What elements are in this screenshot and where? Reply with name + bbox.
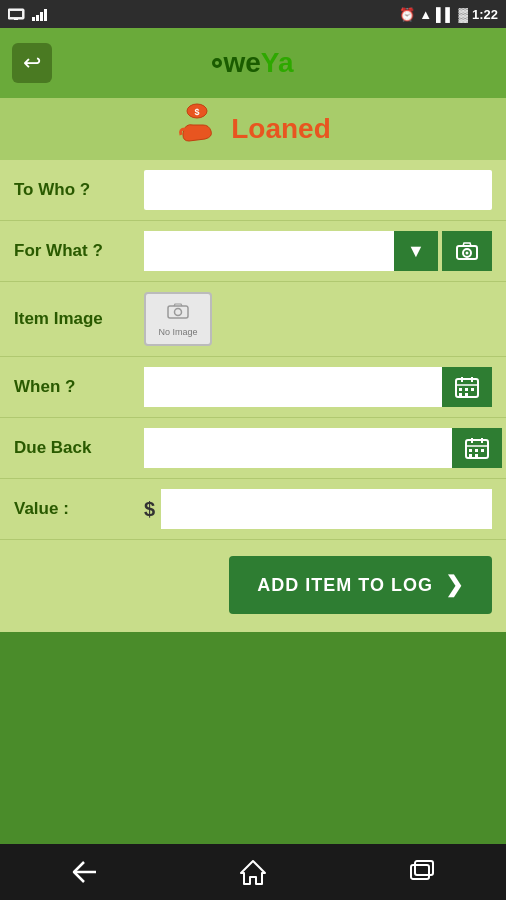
no-image-camera-icon [167,302,189,320]
due-back-input[interactable]: N/A [144,428,452,468]
bottom-navigation [0,844,506,900]
for-what-row: For What ? ▼ [0,221,506,282]
currency-symbol: $ [144,498,155,521]
due-back-row: Due Back N/A [0,418,506,479]
due-back-calendar-button[interactable] [452,428,502,468]
svg-point-7 [466,252,469,255]
due-back-calendar-icon [465,437,489,459]
to-who-input[interactable] [144,170,492,210]
svg-rect-24 [475,449,478,452]
svg-rect-18 [465,393,468,396]
back-arrow-icon: ↩ [23,52,41,74]
form-area: To Who ? For What ? ▼ Item Image [0,160,506,632]
svg-point-9 [175,308,182,315]
value-row: Value : $ 0 [0,479,506,540]
for-what-input-group: ▼ [144,231,492,271]
add-item-label: ADD ITEM TO LOG [257,575,433,596]
for-what-input[interactable] [144,231,394,271]
svg-rect-23 [469,449,472,452]
nav-back-button[interactable] [54,852,114,892]
to-who-label: To Who ? [14,180,144,200]
value-label: Value : [14,499,144,519]
value-input[interactable]: 0 [161,489,492,529]
app-logo: weYa [212,47,293,79]
item-image-row: Item Image No Image [0,282,506,357]
loaned-hand-icon: $ [175,103,219,155]
loaned-banner: $ Loaned [0,98,506,160]
logo-owe: we [223,47,260,78]
for-what-label: For What ? [14,241,144,261]
due-back-input-group: N/A [144,428,502,468]
svg-rect-31 [415,861,433,875]
to-who-row: To Who ? [0,160,506,221]
add-button-row: ADD ITEM TO LOG ❯ [0,540,506,632]
when-row: When ? 08-07-2014 [0,357,506,418]
svg-rect-30 [411,865,429,879]
item-image-label: Item Image [14,309,144,329]
add-item-arrow-icon: ❯ [445,572,464,598]
for-what-dropdown-button[interactable]: ▼ [394,231,438,271]
due-back-label: Due Back [14,438,144,458]
logo-ya: Ya [261,47,294,78]
loan-icon-svg: $ [175,103,219,147]
no-image-text: No Image [158,327,197,337]
alarm-icon: ⏰ [399,7,415,22]
back-button[interactable]: ↩ [12,43,52,83]
svg-rect-15 [465,388,468,391]
battery-icon: ▓ [458,7,467,22]
logo-circle-icon [212,58,222,68]
status-bar: ⏰ ▲ ▌▌ ▓ 1:22 [0,0,506,28]
when-input-group: 08-07-2014 [144,367,492,407]
loaned-label: Loaned [231,113,331,145]
clock: 1:22 [472,7,498,22]
nav-home-icon [239,858,267,886]
svg-rect-2 [14,19,18,20]
svg-rect-27 [475,454,478,457]
header: ↩ weYa [0,28,506,98]
svg-rect-14 [459,388,462,391]
nav-recent-icon [409,859,435,885]
for-what-camera-button[interactable] [442,231,492,271]
svg-rect-17 [459,393,462,396]
nav-home-button[interactable] [223,852,283,892]
wifi-icon: ▲ [419,7,432,22]
svg-rect-1 [10,11,22,17]
svg-rect-26 [469,454,472,457]
item-image-picker[interactable]: No Image [144,292,212,346]
camera-placeholder-icon [167,302,189,325]
add-item-button[interactable]: ADD ITEM TO LOG ❯ [229,556,492,614]
nav-recent-button[interactable] [392,852,452,892]
svg-text:$: $ [195,107,200,117]
when-label: When ? [14,377,144,397]
when-input[interactable]: 08-07-2014 [144,367,442,407]
background-green-area [0,632,506,822]
svg-rect-25 [481,449,484,452]
svg-rect-16 [471,388,474,391]
camera-icon [455,241,479,261]
calendar-icon [455,376,479,398]
signal-bars-icon [32,7,47,21]
screen-icon [8,8,26,20]
when-calendar-button[interactable] [442,367,492,407]
signal-icon: ▌▌ [436,7,454,22]
nav-back-icon [70,860,98,884]
status-bar-right: ⏰ ▲ ▌▌ ▓ 1:22 [399,7,498,22]
svg-marker-29 [241,861,265,884]
status-bar-left [8,7,47,21]
